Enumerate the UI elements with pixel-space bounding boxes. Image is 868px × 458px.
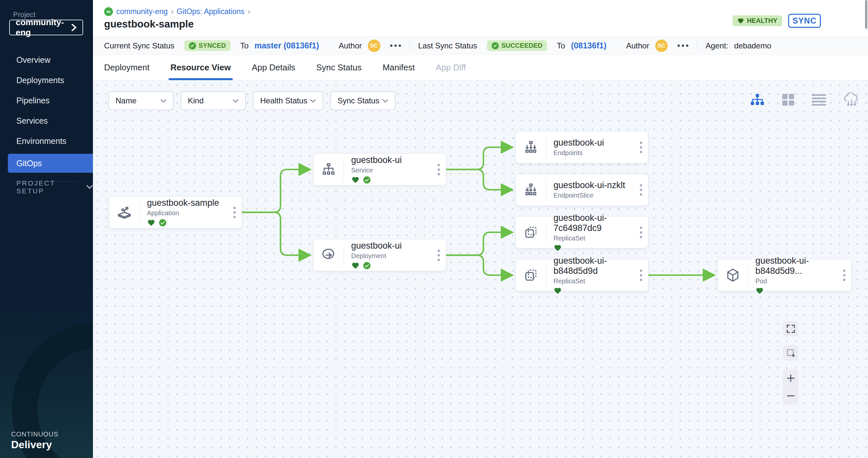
topology-view-icon[interactable] [843,93,860,107]
sidebar: Project community-eng Overview Deploymen… [0,0,93,458]
last-revision-link[interactable]: (08136f1) [571,41,607,51]
node-menu-button[interactable] [634,227,648,238]
node-menu-button[interactable] [634,184,648,196]
breadcrumb: ∞ community-eng › GitOps: Applications › [104,7,250,16]
divider [697,40,697,51]
filter-bar: Name Kind Health Status Sync Status [108,91,395,110]
chevron-down-icon [382,99,388,103]
tab-deployment[interactable]: Deployment [104,55,150,80]
node-menu-button[interactable] [431,164,446,175]
chevron-down-icon [233,99,239,103]
node-kind: EndpointSlice [554,192,634,199]
health-status-filter-dropdown[interactable]: Health Status [253,91,323,110]
sync-status-bar: Current Sync Status SYNCED To master (08… [93,37,868,55]
node-kind: Endpoints [554,149,634,157]
node-menu-button[interactable] [227,207,242,218]
breadcrumb-applications-link[interactable]: GitOps: Applications [177,7,245,16]
gitops-logo-icon: ∞ [104,7,113,16]
node-menu-button[interactable] [837,269,851,281]
tab-resource-view[interactable]: Resource View [170,55,231,80]
sidebar-item-pipelines[interactable]: Pipelines [0,90,93,110]
pod-icon [718,268,748,283]
agent-label: Agent: [706,41,728,51]
filter-label: Name [116,96,136,105]
healthy-heart-icon [351,262,360,269]
check-circle-icon [189,42,196,50]
divider [409,40,410,51]
vertical-scrollbar[interactable] [865,0,867,29]
synced-badge: SYNCED [184,40,230,51]
author-label: Author [339,41,362,51]
list-view-icon[interactable] [812,94,826,106]
synced-badge-label: SYNCED [199,42,226,50]
resource-node-pod[interactable]: guestbook-ui-b848d5d9... Pod [717,259,851,291]
node-menu-button[interactable] [634,142,648,153]
node-kind: Application [147,209,227,217]
healthy-heart-icon [351,176,360,184]
endpointslice-icon [516,182,546,197]
sidebar-item-services[interactable]: Services [0,110,93,131]
tab-sync-status[interactable]: Sync Status [316,55,362,80]
node-kind: Pod [755,277,837,285]
last-sync-status-label: Last Sync Status [418,41,477,51]
commit-details-button[interactable] [678,44,688,47]
fit-to-screen-button[interactable] [783,345,798,361]
sidebar-item-gitops[interactable]: GitOps [8,154,93,173]
tree-view-icon[interactable] [750,93,765,106]
to-label: To [557,41,565,51]
project-setup-toggle[interactable]: PROJECT SETUP [17,179,93,195]
zoom-in-button[interactable] [783,371,798,385]
filter-label: Sync Status [337,96,379,105]
resource-node-deployment[interactable]: guestbook-ui Deployment [313,239,446,271]
chevron-down-icon [86,185,93,189]
resource-node-service[interactable]: guestbook-ui Service [313,154,446,186]
succeeded-badge-label: SUCCEEDED [501,42,542,50]
breadcrumb-separator: › [171,7,174,16]
node-title: guestbook-ui-b848d5d9d [554,256,634,276]
sync-button[interactable]: SYNC [788,14,821,28]
resource-node-endpointslice[interactable]: guestbook-ui-nzklt EndpointSlice [516,174,648,206]
healthy-heart-icon [554,287,562,295]
page-title: guestbook-sample [104,18,194,30]
grid-view-icon[interactable] [782,93,795,106]
author-avatar[interactable]: SC [368,40,380,52]
logo-line-continuous: CONTINUOUS [11,430,58,438]
sync-status-filter-dropdown[interactable]: Sync Status [330,91,395,110]
resource-node-endpoints[interactable]: guestbook-ui Endpoints [516,131,648,163]
healthy-heart-icon [755,287,764,295]
current-sync-status-label: Current Sync Status [104,41,175,51]
node-menu-button[interactable] [634,269,648,281]
node-title: guestbook-ui-b848d5d9... [755,256,837,276]
health-status-badge: HEALTHY [733,15,782,26]
zoom-out-button[interactable] [783,389,798,403]
resource-node-application[interactable]: guestbook-sample Application [109,196,242,228]
breadcrumb-project-link[interactable]: community-eng [116,7,167,16]
kind-filter-dropdown[interactable]: Kind [181,91,246,110]
sidebar-item-environments[interactable]: Environments [0,131,93,151]
resource-node-replicaset-b848d5d9d[interactable]: guestbook-ui-b848d5d9d ReplicaSet [516,259,648,291]
health-badge-label: HEALTHY [747,17,777,25]
name-filter-dropdown[interactable]: Name [108,91,174,110]
node-kind: Service [351,166,431,174]
sidebar-item-deployments[interactable]: Deployments [0,70,93,90]
node-kind: ReplicaSet [554,277,634,285]
project-selector[interactable]: community-eng [9,20,83,35]
product-logo: CONTINUOUS Delivery [11,430,58,451]
sidebar-item-overview[interactable]: Overview [0,50,93,70]
heart-icon [737,18,744,24]
node-menu-button[interactable] [431,250,446,261]
endpoints-icon [516,140,546,155]
service-icon [314,162,344,177]
resource-graph-canvas[interactable]: Name Kind Health Status Sync Status [93,81,868,458]
resource-node-replicaset-7c64987dc9[interactable]: guestbook-ui-7c64987dc9 ReplicaSet [516,216,648,248]
author-avatar[interactable]: SC [655,40,668,52]
tab-app-details[interactable]: App Details [252,55,295,80]
node-title: guestbook-sample [147,198,227,208]
fullscreen-button[interactable] [783,321,798,336]
tab-manifest[interactable]: Manifest [382,55,415,80]
view-mode-toggles [750,93,851,107]
current-revision-link[interactable]: master (08136f1) [254,41,319,51]
commit-details-button[interactable] [390,44,401,47]
project-name: community-eng [16,17,71,38]
zoom-pill [783,369,798,405]
